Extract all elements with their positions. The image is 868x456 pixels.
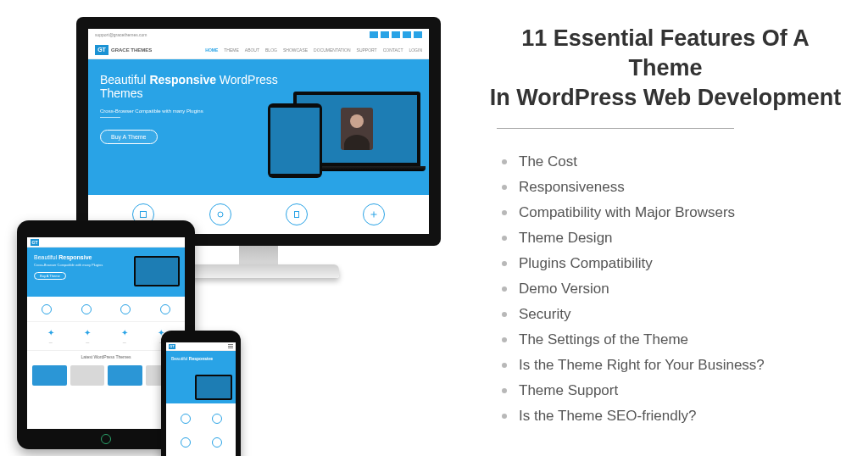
- list-item: Compatibility with Major Browsers: [502, 200, 848, 225]
- hero-cta-button: Buy A Theme: [100, 130, 158, 144]
- list-item: Plugins Compatibility: [502, 251, 848, 276]
- title-line: 11 Essential Features Of A Theme: [521, 25, 810, 81]
- nav-item: THEME: [224, 47, 239, 53]
- circle-icon: [286, 203, 308, 225]
- nav-item: CONTACT: [383, 47, 403, 53]
- phone-icons-grid: [166, 403, 236, 456]
- tablet-hero-mockup: [134, 256, 180, 286]
- list-item: The Settings of the Theme: [502, 327, 848, 353]
- topbar-contact: support@gracethemes.com: [95, 32, 147, 37]
- nav-item: HOME: [205, 47, 218, 53]
- tablet-nav: GT: [27, 237, 185, 247]
- monitor-screen: support@gracethemes.com GT GRACE THEMES …: [88, 29, 429, 234]
- monitor-base: [178, 264, 339, 278]
- social-icons: [370, 31, 422, 38]
- logo-mark: GT: [31, 239, 39, 246]
- nav-item: SUPPORT: [357, 47, 377, 53]
- list-item: The Cost: [502, 149, 848, 175]
- nav-item: BLOG: [265, 47, 277, 53]
- phone-nav: GT: [166, 342, 236, 351]
- main-nav: GT GRACE THEMES HOME THEME ABOUT BLOG SH…: [88, 41, 429, 59]
- list-item: Theme Support: [502, 378, 848, 403]
- list-item: Responsiveness: [502, 175, 848, 200]
- list-item: Theme Design: [502, 225, 848, 251]
- phone-hero-mockup: [195, 375, 232, 400]
- svg-rect-0: [141, 212, 147, 218]
- tablet-hero: Beautiful Responsive Cross-Browser Compa…: [27, 247, 185, 297]
- topbar: support@gracethemes.com: [88, 29, 429, 41]
- phone-device: GT Beautiful Responsive: [161, 331, 241, 456]
- hero-divider: [100, 117, 120, 118]
- list-item: Demo Version: [502, 276, 848, 302]
- nav-links: HOME THEME ABOUT BLOG SHOWCASE DOCUMENTA…: [205, 47, 422, 53]
- hero-text-bold: Responsive: [149, 73, 216, 86]
- logo-text: GRACE THEMES: [111, 47, 152, 53]
- tablet-home-button: [101, 434, 111, 444]
- monitor-neck: [239, 246, 278, 264]
- tablet-cta: Buy A Theme: [34, 272, 66, 280]
- logo-mark: GT: [95, 45, 108, 55]
- phone-hero: Beautiful Responsive: [166, 351, 236, 403]
- nav-item: ABOUT: [245, 47, 259, 53]
- content-column: 11 Essential Features Of A Theme In Word…: [483, 24, 848, 429]
- hero-text: Themes: [100, 86, 143, 100]
- hero-text: Beautiful: [100, 73, 149, 86]
- logo-mark: GT: [169, 344, 175, 349]
- site-logo: GT GRACE THEMES: [95, 45, 152, 55]
- list-item: Is the Theme Right for Your Business?: [502, 353, 848, 378]
- circle-icon: [363, 203, 385, 225]
- phone-screen: GT Beautiful Responsive: [166, 342, 236, 456]
- devices-showcase: support@gracethemes.com GT GRACE THEMES …: [17, 17, 466, 441]
- nav-item: SHOWCASE: [283, 47, 308, 53]
- nav-item: LOGIN: [409, 47, 422, 53]
- title-underline: [497, 128, 734, 129]
- mini-tablet: [268, 103, 322, 178]
- title-line: In WordPress Web Development: [490, 85, 842, 110]
- svg-rect-2: [295, 212, 299, 218]
- page-title: 11 Essential Features Of A Theme In Word…: [483, 24, 848, 113]
- monitor-bezel: support@gracethemes.com GT GRACE THEMES …: [76, 17, 441, 246]
- hero-banner: Beautiful Responsive WordPress Themes Cr…: [88, 59, 429, 195]
- phone-hero-text: Beautiful Responsive: [171, 356, 231, 361]
- svg-point-1: [218, 212, 223, 217]
- hamburger-icon: [228, 344, 233, 348]
- list-item: Is the Theme SEO-friendly?: [502, 403, 848, 429]
- tablet-icons-row: [27, 297, 185, 322]
- circle-icon: [209, 203, 231, 225]
- list-item: Security: [502, 302, 848, 327]
- hero-device-mockup: [268, 76, 420, 178]
- person-graphic: [341, 108, 373, 150]
- nav-item: DOCUMENTATION: [314, 47, 350, 53]
- features-list: The Cost Responsiveness Compatibility wi…: [483, 149, 848, 429]
